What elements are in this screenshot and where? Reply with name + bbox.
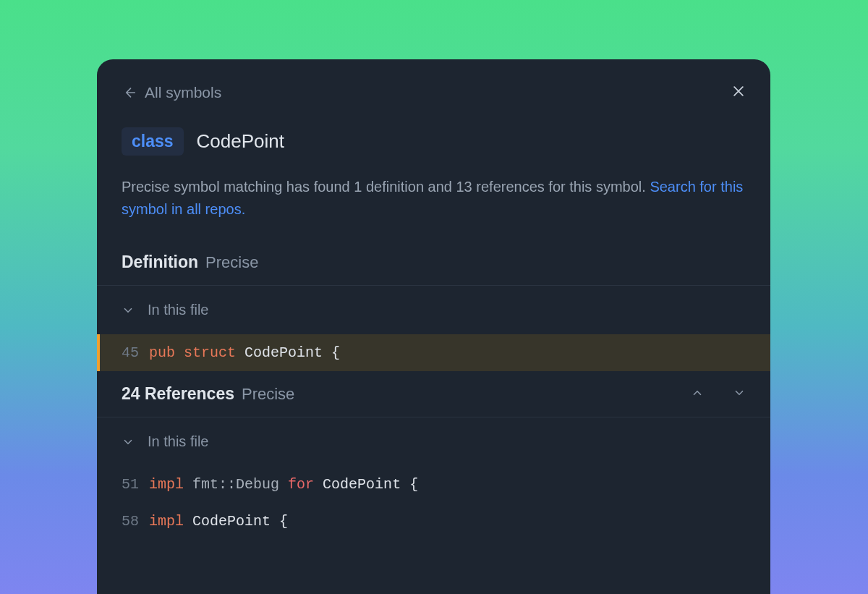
- code-content: impl fmt::Debug for CodePoint {: [149, 476, 418, 493]
- close-icon: [731, 84, 746, 101]
- panel-topbar: All symbols: [97, 59, 770, 106]
- references-title: 24 References: [122, 384, 234, 404]
- symbol-kind-badge: class: [122, 127, 184, 156]
- symbol-header: class CodePoint: [97, 106, 770, 156]
- prev-reference-button[interactable]: [691, 386, 704, 402]
- definition-title: Definition: [122, 253, 198, 272]
- symbol-description: Precise symbol matching has found 1 defi…: [97, 156, 770, 221]
- back-link[interactable]: All symbols: [122, 84, 221, 101]
- description-text: Precise symbol matching has found 1 defi…: [122, 179, 646, 195]
- code-content: pub struct CodePoint {: [149, 344, 340, 361]
- line-number: 58: [122, 513, 149, 530]
- symbol-name: CodePoint: [197, 130, 284, 153]
- line-number: 51: [122, 476, 149, 493]
- reference-code-line[interactable]: 58 impl CodePoint {: [97, 503, 770, 540]
- chevron-down-icon: [122, 436, 135, 449]
- code-content: impl CodePoint {: [149, 513, 288, 530]
- chevron-up-icon: [691, 386, 704, 402]
- definition-code-line[interactable]: 45 pub struct CodePoint {: [97, 334, 770, 371]
- chevron-down-icon: [122, 304, 135, 317]
- references-precision-label: Precise: [242, 385, 294, 404]
- arrow-left-icon: [122, 85, 136, 100]
- chevron-down-icon: [733, 386, 746, 402]
- definition-collapse-toggle[interactable]: In this file: [97, 286, 770, 334]
- close-button[interactable]: [731, 84, 746, 101]
- definition-file-scope-label: In this file: [148, 302, 208, 318]
- back-label: All symbols: [145, 84, 221, 101]
- definition-precision-label: Precise: [205, 253, 258, 272]
- reference-code-line[interactable]: 51 impl fmt::Debug for CodePoint {: [97, 466, 770, 503]
- references-section-header: 24 References Precise: [97, 371, 770, 417]
- definition-section-header: Definition Precise: [97, 221, 770, 286]
- line-number: 45: [122, 344, 149, 361]
- references-nav: [691, 386, 746, 402]
- references-file-scope-label: In this file: [148, 433, 208, 450]
- next-reference-button[interactable]: [733, 386, 746, 402]
- symbol-panel: All symbols class CodePoint Precise symb…: [97, 59, 770, 594]
- references-collapse-toggle[interactable]: In this file: [97, 417, 770, 466]
